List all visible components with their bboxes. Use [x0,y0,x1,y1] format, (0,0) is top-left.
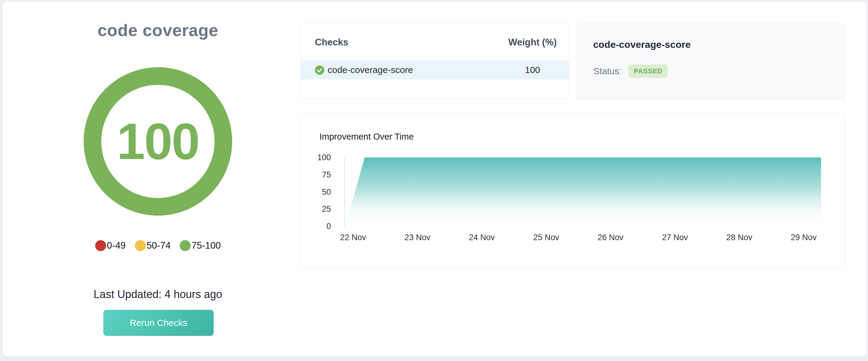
rerun-checks-button[interactable]: Rerun Checks [103,310,214,336]
status-row: Status: PASSED [593,65,668,78]
check-detail-title: code-coverage-score [593,39,691,50]
check-weight: 100 [499,65,566,75]
x-tick-label: 27 Nov [649,233,701,242]
page-title: code coverage [73,20,243,40]
legend-item-label: 0-49 [107,240,126,251]
x-tick-label: 22 Nov [327,233,379,242]
x-tick-label: 26 Nov [585,233,637,242]
legend-green-dot-icon [180,240,191,251]
legend-item-mid: 50-74 [135,240,170,251]
table-row[interactable]: code-coverage-score 100 [301,61,569,79]
legend-item-label: 50-74 [147,240,170,251]
x-tick-label: 24 Nov [456,233,508,242]
check-circle-icon [315,65,324,75]
y-tick-label: 25 [309,204,331,214]
legend-item-high: 75-100 [180,240,221,251]
legend-item-low: 0-49 [95,240,126,251]
y-tick-label: 100 [309,153,331,162]
weight-column-header: Weight (%) [499,24,566,61]
legend-item-label: 75-100 [191,240,221,251]
check-detail-panel: code-coverage-score Status: PASSED [577,24,845,99]
y-tick-label: 75 [309,170,331,179]
checks-table-panel: Checks Weight (%) code-coverage-score 10… [301,24,569,99]
dashboard-card: code coverage 100 0-49 50-74 75-100 Last… [2,1,867,357]
score-value: 100 [84,67,232,216]
x-tick-label: 29 Nov [778,233,830,242]
status-badge: PASSED [628,65,668,78]
last-updated-text: Last Updated: 4 hours ago [73,288,243,301]
x-tick-label: 23 Nov [392,233,443,242]
improvement-area-chart [301,114,845,268]
legend-yellow-dot-icon [135,240,146,251]
y-tick-label: 50 [309,187,331,197]
legend-red-dot-icon [95,240,106,251]
score-gauge: 100 [84,67,232,216]
area-series [345,158,821,226]
x-tick-label: 25 Nov [520,233,572,242]
checks-column-header: Checks [315,24,348,61]
score-legend: 0-49 50-74 75-100 [67,240,249,251]
x-tick-label: 28 Nov [713,233,765,242]
improvement-chart-panel: Improvement Over Time 1007550250 22 Nov2… [301,114,845,268]
status-label: Status: [593,66,622,76]
check-name: code-coverage-score [328,65,413,75]
y-tick-label: 0 [309,221,331,231]
